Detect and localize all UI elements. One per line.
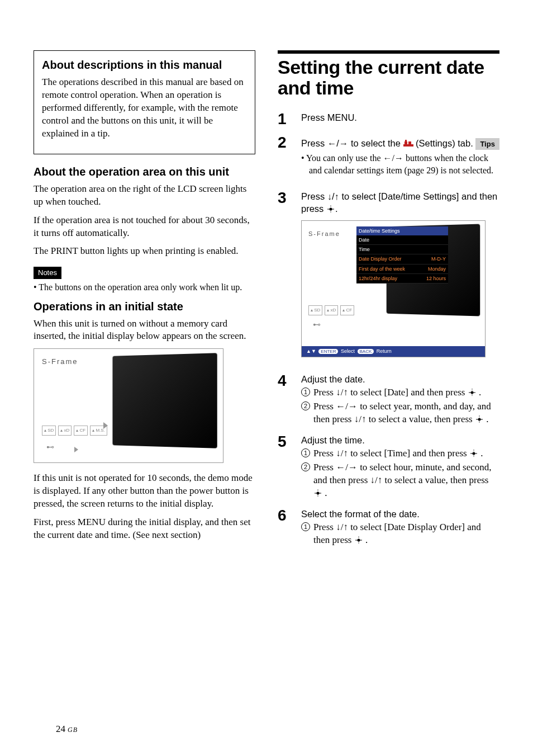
footer-return: Return bbox=[377, 348, 392, 354]
slot-xd: ▴ xD bbox=[325, 305, 338, 315]
text: You can only use the bbox=[306, 153, 383, 163]
arrow-icon bbox=[103, 422, 108, 429]
text: to select the bbox=[348, 138, 403, 148]
enter-pill: ENTER bbox=[318, 349, 338, 354]
text: to select [Date] and then press bbox=[348, 387, 468, 398]
step-6: 6 Select the format of the date. 1 Press… bbox=[278, 508, 499, 547]
step-number: 3 bbox=[278, 190, 291, 366]
text: . bbox=[479, 387, 481, 398]
back-pill: BACK bbox=[358, 349, 374, 354]
sframe-logo: S-Frame bbox=[42, 357, 78, 367]
title-rule bbox=[278, 50, 499, 54]
text: Press bbox=[313, 522, 336, 532]
step-6-heading: Select the format of the date. bbox=[301, 508, 499, 520]
enter-icon bbox=[469, 450, 478, 457]
about-descriptions-heading: About descriptions in this manual bbox=[42, 58, 247, 73]
menu-row: First day of the weekMonday bbox=[356, 264, 448, 274]
menu-label: Date bbox=[359, 237, 369, 243]
step-5-heading: Adjust the time. bbox=[301, 434, 499, 446]
text: . bbox=[325, 488, 327, 498]
initial-display-illustration: S-Frame ▴ SD ▴ xD ▴ CF ▴ M.S. ⊷ bbox=[34, 348, 223, 463]
text: (Settings) tab. bbox=[413, 138, 473, 148]
card-slots: ▴ SD ▴ xD ▴ CF ▴ M.S. bbox=[42, 426, 107, 436]
page-num-value: 24 bbox=[56, 724, 65, 734]
text: to select [Time] and then press bbox=[348, 448, 469, 459]
menu-footer: ▲▼ ENTER Select BACK Return bbox=[302, 346, 485, 357]
step-4-body: Adjust the date. 1 Press ↓/↑ to select [… bbox=[301, 373, 499, 426]
down-up-arrows-icon: ↓/↑ bbox=[327, 191, 339, 201]
initial-state-heading: Operations in an initial state bbox=[34, 299, 255, 314]
page-region: GB bbox=[68, 726, 78, 734]
tip-item: You can only use the ←/→ buttons when th… bbox=[301, 152, 499, 176]
left-right-arrows-icon: ←/→ bbox=[383, 153, 403, 163]
svg-rect-3 bbox=[405, 140, 407, 141]
text: Press bbox=[313, 448, 336, 459]
enter-icon bbox=[313, 489, 322, 497]
tips-label: Tips bbox=[475, 138, 499, 150]
substep: 1 Press ↓/↑ to select [Date Display Orde… bbox=[301, 521, 499, 547]
menu-title: Date/time Settings bbox=[356, 226, 448, 235]
circled-1-icon: 1 bbox=[301, 522, 310, 531]
footer-select: Select bbox=[341, 348, 355, 354]
down-up-arrows-icon: ↓/↑ bbox=[354, 414, 367, 424]
text: . bbox=[365, 535, 368, 545]
text: to select a value, then press bbox=[366, 414, 475, 424]
menu-value: M-D-Y bbox=[431, 256, 446, 262]
card-slots: ▴ SD ▴ xD ▴ CF bbox=[308, 305, 354, 315]
usb-icon: ⊷ bbox=[46, 442, 54, 453]
about-descriptions-body: The operations described in this manual … bbox=[42, 76, 247, 140]
substep: 2 Press ←/→ to select year, month, and d… bbox=[301, 400, 499, 426]
menu-overlay: Date/time Settings Date Time Date Displa… bbox=[356, 226, 448, 284]
step-5: 5 Adjust the time. 1 Press ↓/↑ to select… bbox=[278, 434, 499, 500]
step-4-heading: Adjust the date. bbox=[301, 373, 499, 385]
svg-rect-1 bbox=[404, 141, 407, 144]
note-item: The buttons on the operation area only w… bbox=[34, 281, 255, 294]
step-1-body: Press MENU. bbox=[301, 111, 499, 127]
slot-sd: ▴ SD bbox=[308, 305, 322, 315]
step-1: 1 Press MENU. bbox=[278, 111, 499, 127]
circled-1-icon: 1 bbox=[301, 448, 310, 457]
page-title: Setting the current date and time bbox=[278, 57, 499, 99]
date-time-menu-illustration: S-Frame Date/time Settings Date Time Dat… bbox=[301, 220, 486, 357]
left-right-arrows-icon: ←/→ bbox=[327, 138, 349, 148]
text: Press bbox=[313, 387, 336, 398]
step-number: 6 bbox=[278, 508, 291, 547]
left-right-arrows-icon: ←/→ bbox=[336, 462, 358, 472]
settings-icon bbox=[403, 140, 413, 148]
down-up-arrows-icon: ↓/↑ bbox=[370, 475, 383, 485]
slot-cf: ▴ CF bbox=[340, 305, 354, 315]
menu-label: Date Display Order bbox=[359, 256, 402, 262]
operation-area-heading: About the operation area on this unit bbox=[34, 164, 255, 179]
down-up-arrows-icon: ↓/↑ bbox=[336, 448, 348, 459]
menu-label: First day of the week bbox=[359, 266, 405, 272]
menu-row: Date Display OrderM-D-Y bbox=[356, 254, 448, 264]
usb-icon: ⊷ bbox=[313, 319, 321, 330]
menu-row: Date bbox=[356, 235, 448, 245]
operation-area-p1: The operation area on the right of the L… bbox=[34, 183, 255, 209]
step-number: 5 bbox=[278, 434, 291, 500]
slot-cf: ▴ CF bbox=[74, 426, 88, 436]
step-2-body: Press ←/→ to select the (Settings) tab. … bbox=[301, 135, 499, 182]
menu-row: Time bbox=[356, 245, 448, 254]
circled-2-icon: 2 bbox=[301, 401, 310, 410]
step-3-body: Press ↓/↑ to select [Date/time Settings]… bbox=[301, 190, 499, 366]
step-number: 2 bbox=[278, 135, 291, 182]
initial-state-p2: If this unit is not operated for 10 seco… bbox=[34, 472, 255, 511]
substep: 1 Press ↓/↑ to select [Time] and then pr… bbox=[301, 447, 499, 460]
circled-1-icon: 1 bbox=[301, 388, 310, 396]
sframe-logo: S-Frame bbox=[308, 230, 340, 238]
notes-label: Notes bbox=[34, 267, 61, 279]
text: Press bbox=[301, 191, 327, 201]
enter-icon bbox=[475, 415, 484, 423]
text: to select a value, then press bbox=[382, 475, 488, 485]
step-6-body: Select the format of the date. 1 Press ↓… bbox=[301, 508, 499, 547]
menu-value: 12 hours bbox=[426, 275, 446, 282]
substep: 2 Press ←/→ to select hour, minute, and … bbox=[301, 461, 499, 500]
circled-2-icon: 2 bbox=[301, 462, 310, 471]
down-up-arrows-icon: ↓/↑ bbox=[336, 522, 348, 532]
page-number: 24GB bbox=[56, 723, 78, 736]
enter-icon bbox=[326, 205, 335, 213]
enter-icon bbox=[468, 389, 477, 396]
text: . bbox=[486, 414, 488, 424]
step-number: 4 bbox=[278, 373, 291, 426]
